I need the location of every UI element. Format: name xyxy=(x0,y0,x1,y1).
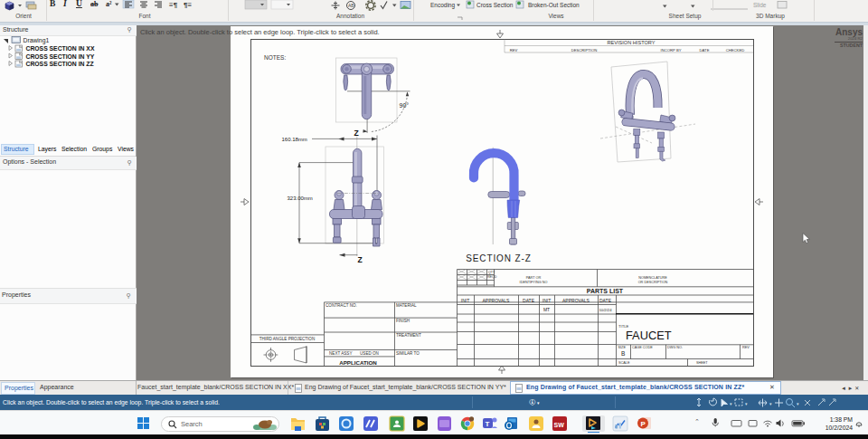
svg-text:QTY: QTY xyxy=(488,271,495,274)
svg-text:▾: ▾ xyxy=(745,401,748,406)
svg-text:APPLICATION: APPLICATION xyxy=(339,359,377,366)
svg-text:I: I xyxy=(62,0,67,8)
svg-text:B: B xyxy=(621,350,625,357)
svg-text:APPROVALS: APPROVALS xyxy=(483,298,511,303)
svg-text:CROSS SECTION IN ZZ: CROSS SECTION IN ZZ xyxy=(26,61,94,67)
svg-text:NOMENCLATURE: NOMENCLATURE xyxy=(638,276,667,280)
svg-text:Cross Section: Cross Section xyxy=(476,2,514,8)
svg-text:THIRD ANGLE PROJECTION: THIRD ANGLE PROJECTION xyxy=(259,337,316,341)
svg-text:OR DESCRIPTION: OR DESCRIPTION xyxy=(638,281,668,284)
svg-text:REV: REV xyxy=(742,346,750,349)
svg-text:FINISH: FINISH xyxy=(396,319,410,323)
svg-text:NOTES:: NOTES: xyxy=(264,54,286,61)
svg-text:323.00mm: 323.00mm xyxy=(288,196,313,201)
svg-text:Drawing1: Drawing1 xyxy=(24,37,50,44)
svg-text:T: T xyxy=(486,420,490,428)
svg-text:▾: ▾ xyxy=(797,401,799,406)
svg-text:APPROVALS: APPROVALS xyxy=(562,298,590,303)
svg-text:TITLE: TITLE xyxy=(618,324,629,329)
svg-text:REVISION HISTORY: REVISION HISTORY xyxy=(608,40,656,45)
svg-text:SIZE: SIZE xyxy=(618,346,627,349)
svg-text:IDENTIFYING NO: IDENTIFYING NO xyxy=(520,281,548,284)
svg-text:SECTION Z-Z: SECTION Z-Z xyxy=(466,253,532,263)
svg-text:INIT: INIT xyxy=(461,298,469,303)
svg-text:SCALE: SCALE xyxy=(618,361,630,365)
svg-text:REQD: REQD xyxy=(487,275,497,279)
svg-text:PART OR: PART OR xyxy=(526,276,542,280)
svg-text:CONTRACT NO.: CONTRACT NO. xyxy=(326,303,357,308)
svg-text:▾: ▾ xyxy=(730,401,732,406)
svg-text:Broken-Out Section: Broken-Out Section xyxy=(528,2,580,8)
svg-text:INCORP BY: INCORP BY xyxy=(661,48,682,52)
svg-text:ab: ab xyxy=(90,0,99,8)
svg-text:NEXT ASSY: NEXT ASSY xyxy=(329,351,352,356)
svg-text:B: B xyxy=(50,0,56,8)
svg-text:160.18mm: 160.18mm xyxy=(282,137,307,142)
svg-text:FAUCET: FAUCET xyxy=(626,329,672,342)
svg-text:P: P xyxy=(641,420,646,428)
svg-text:USED ON: USED ON xyxy=(360,351,379,356)
svg-text:Z: Z xyxy=(358,255,363,264)
svg-text:U: U xyxy=(76,0,82,8)
svg-text:≡¶: ≡¶ xyxy=(169,1,178,9)
svg-text:¶≡: ¶≡ xyxy=(184,1,192,9)
svg-text:MT: MT xyxy=(543,307,550,312)
svg-text:DATE: DATE xyxy=(523,298,535,303)
svg-text:REV: REV xyxy=(510,48,518,52)
svg-text:DATE: DATE xyxy=(700,48,710,52)
svg-text:CROSS SECTION IN XX: CROSS SECTION IN XX xyxy=(26,45,95,52)
svg-text:DESCRIPTION: DESCRIPTION xyxy=(571,48,598,52)
svg-text:10/2/24: 10/2/24 xyxy=(599,308,613,312)
svg-text:a²: a² xyxy=(106,0,112,8)
svg-text:TREATMENT: TREATMENT xyxy=(396,333,421,338)
svg-text:Encoding: Encoding xyxy=(430,2,455,9)
svg-text:PARTS LIST: PARTS LIST xyxy=(587,288,624,294)
svg-text:▾: ▾ xyxy=(769,401,772,406)
svg-text:90°: 90° xyxy=(400,102,410,109)
svg-text:DATE: DATE xyxy=(599,298,612,303)
svg-text:CAGE CODE: CAGE CODE xyxy=(632,346,653,349)
svg-text:SIMILAR TO: SIMILAR TO xyxy=(396,351,420,356)
svg-text:Slide: Slide xyxy=(753,2,767,8)
svg-text:CHECKED: CHECKED xyxy=(726,48,744,52)
svg-text:SHEET: SHEET xyxy=(696,361,708,365)
svg-text:AB: AB xyxy=(348,3,354,8)
svg-text:CROSS SECTION IN YY: CROSS SECTION IN YY xyxy=(26,53,95,60)
svg-text:SW: SW xyxy=(554,422,565,428)
svg-text:Z: Z xyxy=(354,129,359,138)
svg-text:DWG NO.: DWG NO. xyxy=(667,346,683,349)
svg-text:INIT: INIT xyxy=(542,298,551,303)
svg-text:MATERIAL: MATERIAL xyxy=(396,303,417,308)
